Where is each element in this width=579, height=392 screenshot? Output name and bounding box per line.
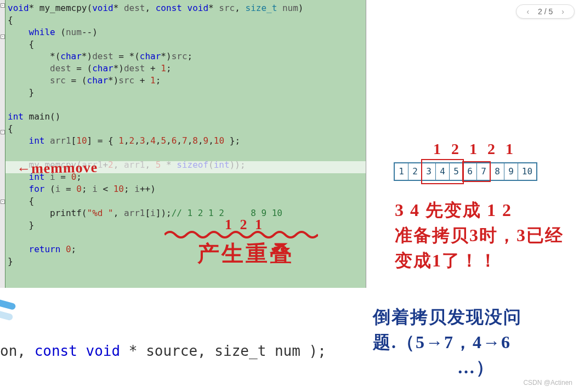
- array-cell: 8: [491, 163, 504, 180]
- fold-icon[interactable]: -: [1, 3, 5, 8]
- array-cell: 10: [518, 163, 536, 180]
- annotation-explain: 3 4 先变成 1 2 准备拷贝3时，3已经 变成1了！！: [395, 197, 576, 273]
- pager-prev-button[interactable]: ‹: [522, 7, 533, 16]
- pager: ‹ 2 / 5 ›: [516, 4, 575, 19]
- annotation-overlap: 产生重叠: [197, 238, 294, 269]
- gutter: [0, 0, 5, 288]
- overlap-box-src: [462, 161, 491, 182]
- fold-icon[interactable]: -: [1, 35, 5, 39]
- pager-label: 2 / 5: [533, 7, 557, 16]
- bottom-code-fragment: on, const void * source, size_t num );: [0, 343, 326, 359]
- code-editor: - - - - void* my_memcpy(void* dest, cons…: [0, 0, 366, 288]
- note-line: 题.（5→7，4→6: [373, 329, 579, 355]
- pager-next-button[interactable]: ›: [557, 7, 569, 16]
- note-line: …）: [373, 355, 579, 380]
- fold-icon[interactable]: -: [1, 200, 5, 204]
- array-cell: 9: [504, 163, 518, 180]
- note-line: 倒着拷贝发现没问: [373, 304, 579, 329]
- annotation-solution: 倒着拷贝发现没问 题.（5→7，4→6 …）: [373, 304, 579, 380]
- array-cell: 1: [395, 163, 408, 180]
- annotation-memmove: ←memmove: [16, 160, 98, 178]
- overlap-box-dest: [421, 159, 464, 184]
- note-line: 变成1了！！: [395, 248, 576, 273]
- fold-icon[interactable]: -: [1, 130, 5, 134]
- array-cell: 2: [408, 163, 422, 180]
- annotation-result-digits: 1 2 1 2 1: [433, 140, 516, 158]
- watermark: CSDN @Actinen: [523, 379, 572, 387]
- note-line: 准备拷贝3时，3已经: [395, 223, 576, 248]
- note-line: 3 4 先变成 1 2: [395, 197, 576, 223]
- logo-icon: [0, 293, 23, 332]
